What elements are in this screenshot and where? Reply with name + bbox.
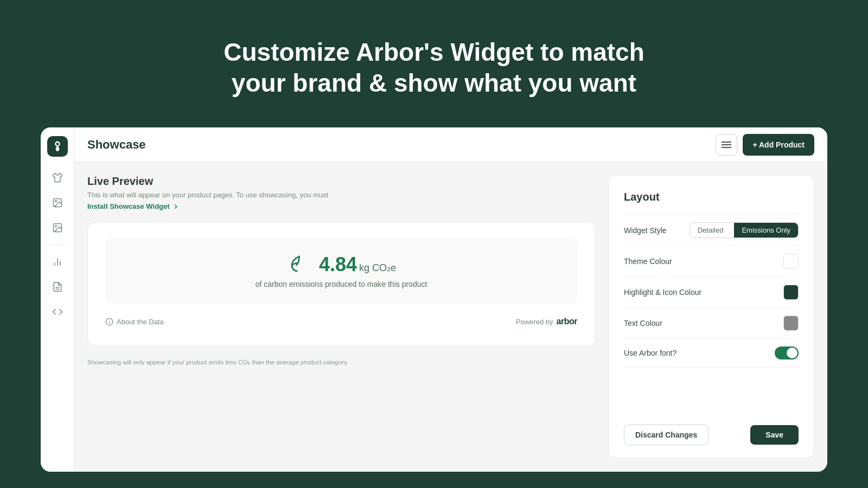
- text-colour-swatch[interactable]: [783, 316, 799, 331]
- highlight-colour-swatch[interactable]: [783, 285, 799, 300]
- svg-point-0: [55, 142, 59, 146]
- content-area: Live Preview This is what will appear on…: [74, 162, 827, 472]
- sidebar-icon-chart[interactable]: [47, 252, 68, 272]
- arbor-font-control: [775, 346, 799, 359]
- text-colour-control: [783, 316, 799, 331]
- layout-title: Layout: [624, 191, 799, 203]
- emissions-row: 4.84kg CO₂e: [286, 253, 396, 277]
- emissions-unit: kg CO₂e: [359, 262, 396, 273]
- hero-section: Customize Arbor's Widget to match your b…: [0, 0, 868, 125]
- theme-colour-control: [783, 254, 799, 269]
- style-btn-detailed[interactable]: Detailed: [690, 223, 731, 237]
- highlight-colour-row: Highlight & Icon Colour: [624, 277, 799, 308]
- widget-preview-card: 4.84kg CO₂e of carbon emissions produced…: [87, 222, 595, 346]
- arbor-font-label: Use Arbor font?: [624, 349, 676, 357]
- style-btn-emissions[interactable]: Emissions Only: [734, 223, 798, 237]
- powered-by: Powered by arbor: [516, 317, 577, 326]
- highlight-colour-label: Highlight & Icon Colour: [624, 288, 701, 297]
- svg-point-2: [55, 201, 56, 202]
- sidebar-icon-document[interactable]: [47, 277, 68, 297]
- live-preview-description: This is what will appear on your product…: [87, 191, 595, 199]
- save-button[interactable]: Save: [750, 425, 799, 445]
- sidebar-icon-image2[interactable]: [47, 217, 68, 238]
- panel-footer: Discard Changes Save: [624, 416, 799, 445]
- hero-heading: Customize Arbor's Widget to match your b…: [224, 37, 644, 99]
- text-colour-row: Text Colour: [624, 308, 799, 339]
- emissions-value: 4.84: [319, 253, 357, 275]
- leaf-icon: [286, 253, 310, 277]
- svg-point-4: [55, 226, 56, 227]
- widget-style-label: Widget Style: [624, 226, 667, 235]
- sidebar: [41, 127, 74, 472]
- theme-colour-swatch[interactable]: [783, 254, 799, 269]
- highlight-colour-control: [783, 285, 799, 300]
- add-product-button[interactable]: + Add Product: [743, 134, 814, 156]
- discard-changes-button[interactable]: Discard Changes: [624, 425, 709, 445]
- about-data-link[interactable]: About the Data: [105, 318, 164, 326]
- emissions-value-group: 4.84kg CO₂e: [319, 253, 396, 276]
- emissions-description: of carbon emissions produced to make thi…: [256, 280, 427, 288]
- arbor-logo: arbor: [557, 317, 577, 326]
- toggle-knob: [787, 348, 797, 358]
- sidebar-icon-code[interactable]: [47, 301, 68, 322]
- logo: [47, 136, 68, 157]
- sidebar-icon-image1[interactable]: [47, 192, 68, 213]
- menu-button[interactable]: [716, 134, 737, 156]
- live-preview-header: Live Preview This is what will appear on…: [87, 175, 595, 211]
- text-colour-label: Text Colour: [624, 319, 662, 328]
- app-container: Showcase + Add Product Live Preview Thi: [41, 127, 827, 472]
- widget-inner: 4.84kg CO₂e of carbon emissions produced…: [105, 237, 577, 304]
- theme-colour-row: Theme Colour: [624, 246, 799, 277]
- theme-colour-label: Theme Colour: [624, 257, 672, 266]
- widget-style-toggle[interactable]: Detailed Emissions Only: [690, 222, 799, 238]
- widget-footer: About the Data Powered by arbor: [105, 317, 577, 326]
- header: Showcase + Add Product: [74, 127, 827, 162]
- sidebar-divider: [49, 245, 66, 245]
- layout-panel: Layout Widget Style Detailed Emissions O…: [608, 175, 814, 459]
- live-preview-title: Live Preview: [87, 175, 595, 188]
- sidebar-icon-shirt[interactable]: [47, 168, 68, 188]
- main-content: Showcase + Add Product Live Preview Thi: [74, 127, 827, 472]
- arbor-font-toggle[interactable]: [775, 346, 799, 359]
- layout-settings: Layout Widget Style Detailed Emissions O…: [624, 191, 799, 368]
- page-title: Showcase: [87, 138, 146, 152]
- widget-style-row: Widget Style Detailed Emissions Only: [624, 214, 799, 246]
- header-actions: + Add Product: [716, 134, 814, 156]
- settings-list: Widget Style Detailed Emissions Only The…: [624, 214, 799, 368]
- left-panel: Live Preview This is what will appear on…: [87, 175, 595, 459]
- disclaimer-text: Showcasing will only appear if your prod…: [87, 358, 595, 366]
- install-widget-link[interactable]: Install Showcase Widget: [87, 202, 180, 210]
- arbor-font-row: Use Arbor font?: [624, 339, 799, 368]
